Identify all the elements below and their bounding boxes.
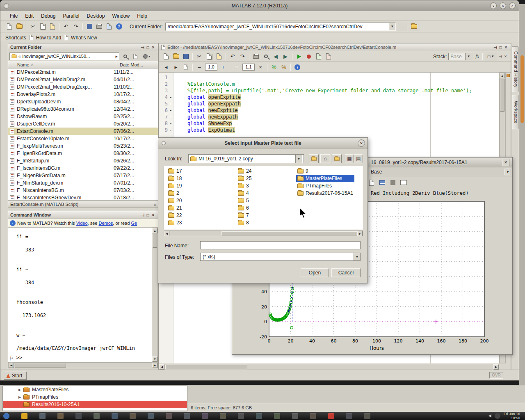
minimize-button[interactable]: ∨: [490, 2, 497, 9]
dialog-folder-item[interactable]: Results2017-06-15A1: [296, 189, 354, 197]
code-line[interactable]: 8-global SWnewExp: [159, 120, 499, 127]
cell-mode-button[interactable]: %: [269, 63, 278, 72]
indent-left-button[interactable]: ◀: [162, 63, 171, 72]
file-row[interactable]: F_NImStartup_dev.m07/01/2...: [8, 179, 158, 187]
dialog-folder-item[interactable]: 23: [167, 219, 183, 226]
decrement-button[interactable]: –: [195, 63, 204, 72]
figure-page-button[interactable]: [399, 178, 408, 187]
undock-icon[interactable]: ⊣: [140, 213, 145, 217]
maximize-panel-icon[interactable]: □: [145, 45, 151, 50]
file-row[interactable]: DshowRaw.m02/25/2...: [8, 113, 158, 120]
breadcrumb[interactable]: InovImager_jwrCF_WINLinx150...: [22, 54, 90, 59]
undo-button[interactable]: ↶: [62, 22, 71, 31]
scroll-up-icon[interactable]: ▲: [152, 228, 158, 233]
getting-started-link[interactable]: Ge: [131, 221, 137, 226]
file-row[interactable]: DsuperCellDev.m05/20/2...: [8, 120, 158, 128]
scrollbar-thumb[interactable]: [165, 365, 247, 369]
cell-divider-button[interactable]: %: [279, 63, 288, 72]
multiply-button[interactable]: ×: [256, 63, 265, 72]
video-link[interactable]: Video: [76, 221, 88, 226]
cut-button[interactable]: ✂: [28, 22, 37, 31]
red-app-icon[interactable]: [328, 413, 334, 419]
go-back-button[interactable]: ◀: [271, 52, 280, 61]
breakpoints-button[interactable]: [304, 52, 313, 61]
file-row[interactable]: F_ImStartup.m06/26/2...: [8, 157, 158, 164]
package-icon[interactable]: [310, 413, 316, 419]
copy-button[interactable]: [38, 22, 47, 31]
home-button[interactable]: ⌂: [320, 154, 330, 163]
view-split-button[interactable]: □ ▼: [485, 52, 497, 61]
figure-save-button[interactable]: [368, 178, 376, 187]
file-name-input[interactable]: [200, 241, 361, 249]
menu-parallel[interactable]: Parallel: [59, 12, 83, 20]
copy-button[interactable]: [205, 52, 214, 61]
column-divider[interactable]: [117, 61, 117, 68]
combo-dropdown-icon[interactable]: ▼: [354, 253, 360, 260]
settings-icon[interactable]: [238, 413, 244, 419]
file-row[interactable]: DpertsUploadDev.m08/04/2...: [8, 98, 158, 105]
file-row[interactable]: F_IgenBkGrdData.m08/30/2...: [8, 150, 158, 157]
cell-value-1[interactable]: 1.0: [205, 64, 217, 71]
save-button[interactable]: [181, 52, 190, 61]
terminal-icon[interactable]: [75, 413, 82, 419]
column-date[interactable]: Date Mod...: [120, 62, 143, 67]
code-line[interactable]: 3%[file,path] = uiputfile('.mat','Create…: [159, 87, 499, 94]
tab-workspace[interactable]: Workspace: [512, 95, 519, 129]
run-button[interactable]: [294, 52, 304, 61]
dialog-title-bar[interactable]: Select input Master Plate text file ×: [158, 138, 368, 148]
dialog-folder-item[interactable]: 3: [237, 182, 253, 189]
dialog-folder-item[interactable]: 2: [167, 189, 183, 197]
files-of-type-combobox[interactable]: (*.xls) ▼: [200, 253, 361, 261]
divide-button[interactable]: ÷: [232, 63, 241, 72]
dialog-folder-item[interactable]: 25: [237, 175, 253, 182]
file-row[interactable]: DMPexcel2mat.m11/11/2...: [8, 68, 158, 76]
paste-button[interactable]: [215, 52, 224, 61]
figure-table-button[interactable]: [378, 178, 386, 187]
file-row[interactable]: F_NIgenBkGrdData.m07/17/2...: [8, 172, 158, 179]
dialog-folder-item[interactable]: 8: [237, 219, 253, 226]
cut-button[interactable]: ✂: [195, 52, 204, 61]
current-folder-header[interactable]: Current Folder ⊣ □ ×: [8, 43, 158, 51]
command-console[interactable]: ii = 383 ii = 384 fhconsole = 173.1062 w…: [8, 228, 158, 362]
up-folder-button[interactable]: [409, 23, 420, 31]
scroll-right-icon[interactable]: ▶: [493, 364, 499, 370]
video-icon[interactable]: [202, 413, 208, 419]
code-line[interactable]: 2%EstartConsole.m: [159, 81, 499, 87]
code-line[interactable]: 7-global newExppath: [159, 114, 499, 120]
command-window-header[interactable]: Command Window ⊣ □ ×: [8, 211, 158, 219]
publish-button[interactable]: [324, 52, 333, 61]
tab-command-history[interactable]: Command History: [512, 46, 519, 92]
app-menu-icon[interactable]: [3, 413, 9, 419]
prompt[interactable]: >>: [16, 355, 22, 361]
figure-combo-dropdown-icon[interactable]: ▼: [504, 169, 511, 175]
code-line[interactable]: 9-global ExpOutmat: [159, 127, 499, 133]
indent-right-button[interactable]: ▶: [171, 63, 180, 72]
camera-icon[interactable]: [346, 413, 352, 419]
file-row[interactable]: F_NIscanIntensBGnewDev.m07/18/2...: [8, 194, 158, 200]
scroll-right-icon[interactable]: ▶: [152, 363, 158, 368]
fx-button[interactable]: fx: [475, 53, 479, 59]
info-button[interactable]: i: [293, 63, 302, 72]
dialog-folder-item[interactable]: 20: [167, 197, 183, 204]
tree-item[interactable]: ▶PTmapFiles: [3, 393, 187, 401]
mail-icon[interactable]: [130, 413, 136, 419]
display-icon[interactable]: [39, 413, 46, 419]
scrollbar-thumb[interactable]: [15, 363, 66, 368]
menu-help[interactable]: Help: [133, 12, 151, 20]
file-row[interactable]: DMPexcel2mat_MediaDrug2.m04/01/2...: [8, 76, 158, 83]
scrollbar-thumb[interactable]: [520, 55, 524, 123]
scroll-down-icon[interactable]: ▼: [152, 356, 158, 362]
office-icon[interactable]: [148, 413, 154, 419]
new-file-button[interactable]: [5, 22, 14, 31]
guide-button[interactable]: [95, 22, 104, 31]
dialog-folder-item[interactable]: 9: [296, 167, 354, 175]
file-row[interactable]: F_lexpMultiTseries.m05/23/2...: [8, 142, 158, 150]
search-button[interactable]: [121, 52, 129, 60]
title-bar[interactable]: MATLAB 7.12.0 (R2011a) ∨ ∧ ×: [0, 0, 519, 11]
editor-header[interactable]: Editor - /media/data/EASY/InovImager_jwr…: [159, 43, 511, 51]
open-button[interactable]: Open: [301, 268, 329, 277]
maximize-button[interactable]: ∧: [500, 2, 506, 9]
file-row[interactable]: DReplicate96to384conv.m12/04/2...: [8, 105, 158, 113]
scroll-up-icon[interactable]: ▲: [500, 73, 505, 78]
dialog-folder-item[interactable]: 21: [167, 204, 183, 212]
